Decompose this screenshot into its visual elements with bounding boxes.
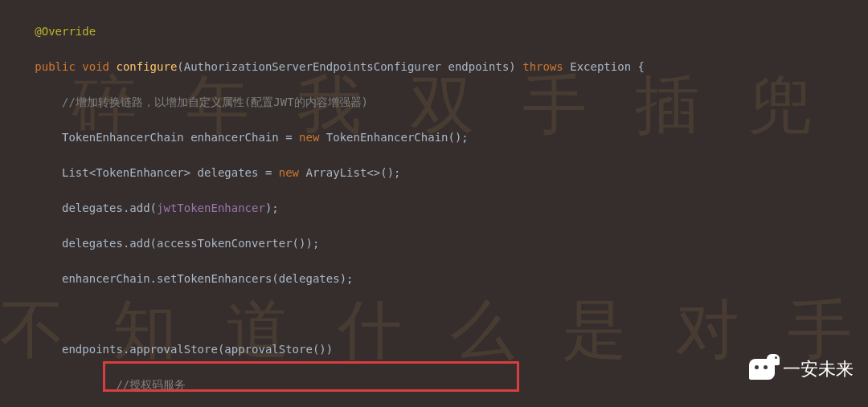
code-line: @Override — [0, 22, 868, 40]
code-editor[interactable]: @Override public void configure(Authoriz… — [0, 0, 868, 407]
annotation: @Override — [35, 25, 96, 38]
code-line: enhancerChain.setTokenEnhancers(delegate… — [0, 270, 868, 287]
wechat-label: 一安未来 — [783, 360, 854, 378]
code-line: //授权码服务 — [0, 376, 868, 393]
code-line: public void configure(AuthorizationServe… — [0, 58, 868, 75]
code-line: endpoints.approvalStore(approvalStore()) — [0, 340, 868, 358]
wechat-icon — [749, 359, 775, 380]
code-line: delegates.add(jwtTokenEnhancer); — [0, 199, 868, 217]
code-line: //增加转换链路，以增加自定义属性(配置JWT的内容增强器) — [0, 93, 868, 111]
code-line: List<TokenEnhancer> delegates = new Arra… — [0, 164, 868, 181]
code-line: TokenEnhancerChain enhancerChain = new T… — [0, 128, 868, 146]
code-line: delegates.add(accessTokenConverter()); — [0, 234, 868, 252]
wechat-watermark: 一安未来 — [749, 359, 854, 380]
code-line-blank — [0, 305, 868, 323]
